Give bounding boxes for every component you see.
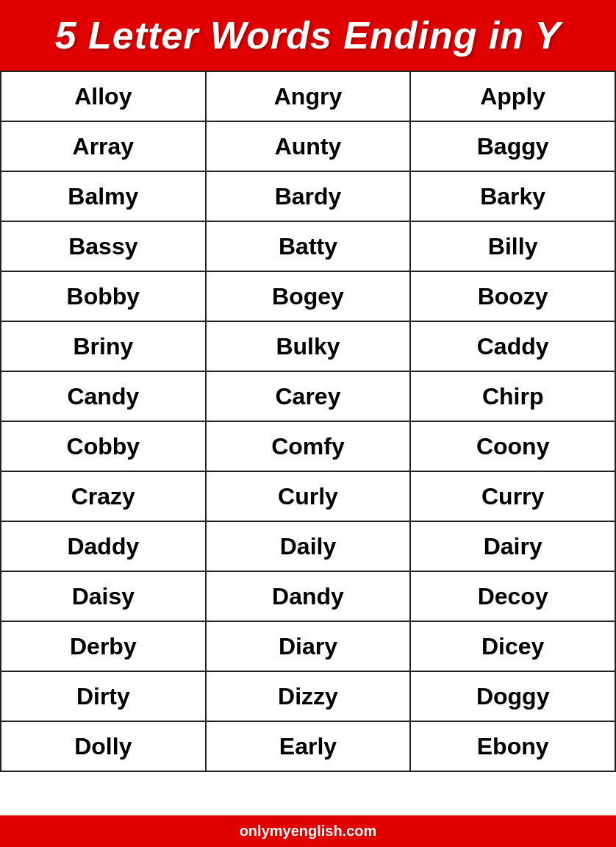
table-row: BrinyBulkyCaddy: [1, 321, 615, 371]
table-row: BassyBattyBilly: [1, 221, 615, 271]
word-cell: Derby: [1, 621, 206, 671]
word-cell: Balmy: [1, 171, 206, 221]
word-cell: Bardy: [206, 171, 411, 221]
word-cell: Crazy: [1, 471, 206, 521]
page-title: 5 Letter Words Ending in Y: [7, 13, 609, 57]
table-row: DirtyDizzyDoggy: [1, 671, 615, 721]
word-cell: Angry: [206, 71, 411, 121]
word-cell: Carey: [206, 371, 411, 421]
word-cell: Coony: [410, 421, 615, 471]
table-row: DaisyDandyDecoy: [1, 571, 615, 621]
word-cell: Daisy: [1, 571, 206, 621]
word-cell: Daddy: [1, 521, 206, 571]
word-cell: Curly: [206, 471, 411, 521]
word-cell: Candy: [1, 371, 206, 421]
table-row: CrazyCurlyCurry: [1, 471, 615, 521]
word-cell: Decoy: [410, 571, 615, 621]
footer-website: onlymyenglish.com: [240, 823, 377, 839]
word-cell: Dolly: [1, 721, 206, 771]
word-cell: Aunty: [206, 121, 411, 171]
word-cell: Diary: [206, 621, 411, 671]
word-cell: Alloy: [1, 71, 206, 121]
word-cell: Bogey: [206, 271, 411, 321]
word-cell: Early: [206, 721, 411, 771]
word-cell: Baggy: [410, 121, 615, 171]
word-cell: Dicey: [410, 621, 615, 671]
word-cell: Bulky: [206, 321, 411, 371]
word-cell: Cobby: [1, 421, 206, 471]
word-cell: Bassy: [1, 221, 206, 271]
word-cell: Dandy: [206, 571, 411, 621]
word-cell: Dairy: [410, 521, 615, 571]
word-cell: Billy: [410, 221, 615, 271]
word-cell: Comfy: [206, 421, 411, 471]
table-row: AlloyAngryApply: [1, 71, 615, 121]
footer: onlymyenglish.com: [0, 815, 616, 847]
table-row: BobbyBogeyBoozy: [1, 271, 615, 321]
table-row: CandyCareyChirp: [1, 371, 615, 421]
word-cell: Apply: [410, 71, 615, 121]
table-row: ArrayAuntyBaggy: [1, 121, 615, 171]
word-cell: Curry: [410, 471, 615, 521]
word-table-container: AlloyAngryApplyArrayAuntyBaggyBalmyBardy…: [0, 71, 616, 815]
word-cell: Chirp: [410, 371, 615, 421]
table-row: CobbyComfyCoony: [1, 421, 615, 471]
table-row: BalmyBardyBarky: [1, 171, 615, 221]
word-cell: Dizzy: [206, 671, 411, 721]
word-cell: Daily: [206, 521, 411, 571]
table-row: DaddyDailyDairy: [1, 521, 615, 571]
word-cell: Array: [1, 121, 206, 171]
word-cell: Batty: [206, 221, 411, 271]
word-cell: Briny: [1, 321, 206, 371]
word-cell: Caddy: [410, 321, 615, 371]
table-row: DerbyDiaryDicey: [1, 621, 615, 671]
table-row: DollyEarlyEbony: [1, 721, 615, 771]
word-cell: Dirty: [1, 671, 206, 721]
word-table: AlloyAngryApplyArrayAuntyBaggyBalmyBardy…: [0, 71, 616, 772]
word-cell: Bobby: [1, 271, 206, 321]
word-cell: Barky: [410, 171, 615, 221]
word-cell: Ebony: [410, 721, 615, 771]
page-header: 5 Letter Words Ending in Y: [0, 0, 616, 71]
word-cell: Boozy: [410, 271, 615, 321]
word-cell: Doggy: [410, 671, 615, 721]
